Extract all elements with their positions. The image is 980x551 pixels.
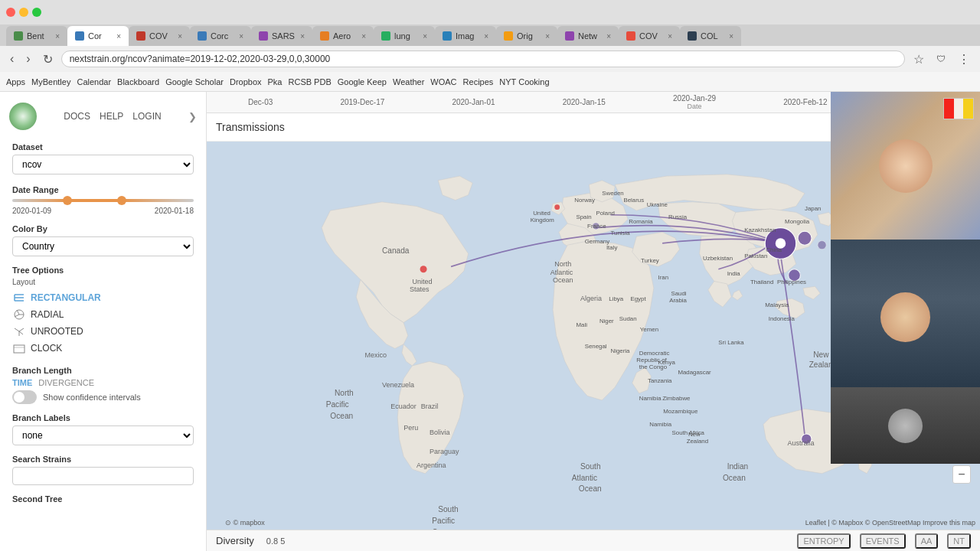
svg-text:Philippines: Philippines: [777, 279, 806, 285]
tab-close-bentley[interactable]: ×: [55, 32, 60, 41]
layout-unrooted[interactable]: UNROOTED: [12, 323, 194, 340]
bookmark-recipes[interactable]: Recipes: [463, 77, 494, 86]
tab-corc2[interactable]: Corc ×: [190, 26, 251, 46]
tab-netw[interactable]: Netw ×: [557, 26, 619, 46]
range-handle-start[interactable]: [63, 196, 72, 205]
diversity-metric-buttons: ENTROPY EVENTS AA NT: [797, 533, 971, 549]
tab-close-corc[interactable]: ×: [116, 32, 121, 41]
tab-close-aero[interactable]: ×: [361, 32, 366, 41]
confidence-toggle[interactable]: [12, 390, 37, 404]
svg-text:Mali: Mali: [576, 321, 587, 328]
tab-corc[interactable]: Cor ×: [67, 26, 129, 46]
dataset-select[interactable]: ncov: [12, 155, 194, 174]
tab-cov2[interactable]: COV ×: [619, 26, 680, 46]
bookmark-woac[interactable]: WOAC: [430, 77, 456, 86]
svg-text:South: South: [438, 505, 458, 514]
bookmark-rcsb[interactable]: RCSB PDB: [289, 77, 332, 86]
range-handle-end[interactable]: [117, 196, 126, 205]
address-bar[interactable]: nextstrain.org/ncov?animate=2019-12-02,2…: [61, 51, 905, 67]
nt-btn[interactable]: NT: [947, 533, 971, 549]
tab-bentley[interactable]: Bent ×: [6, 26, 67, 46]
tab-close-netw[interactable]: ×: [606, 32, 611, 41]
bookmark-weather[interactable]: Weather: [393, 77, 424, 86]
login-link[interactable]: LOGIN: [132, 111, 161, 122]
svg-text:Namibia: Namibia: [649, 421, 672, 428]
diversity-value: 0.8 5: [266, 536, 285, 546]
menu-button[interactable]: ⋮: [954, 51, 974, 68]
help-link[interactable]: HELP: [100, 111, 123, 122]
tab-col[interactable]: COL ×: [680, 26, 741, 46]
tab-cov1[interactable]: COV ×: [129, 26, 190, 46]
layout-clock[interactable]: CLOCK: [12, 340, 194, 357]
tab-close-orig[interactable]: ×: [545, 32, 550, 41]
bookmark-google-keep[interactable]: Google Keep: [338, 77, 387, 86]
tab-orig[interactable]: Orig ×: [496, 26, 557, 46]
fullscreen-button[interactable]: [32, 8, 41, 17]
tab-close-sars[interactable]: ×: [300, 32, 305, 41]
timeline-date-0: Dec-03: [248, 98, 273, 106]
sidebar-header: DOCS HELP LOGIN ❯: [0, 99, 206, 136]
date-range-slider[interactable]: [12, 199, 194, 202]
sidebar-collapse-button[interactable]: ❯: [188, 111, 197, 122]
browser-chrome: Bent × Cor × COV × Corc × SARS × Aero ×: [0, 0, 980, 92]
bookmark-calendar[interactable]: Calendar: [77, 77, 111, 86]
bookmark-pka[interactable]: Pka: [268, 77, 283, 86]
bookmark-mybentley[interactable]: MyBentley: [31, 77, 70, 86]
tree-options-label: Tree Options: [12, 266, 194, 275]
minimize-button[interactable]: [19, 8, 28, 17]
svg-text:Arabia: Arabia: [669, 297, 687, 304]
aa-btn[interactable]: AA: [915, 533, 939, 549]
search-strains-input[interactable]: [12, 467, 194, 485]
map-attribution: Leaflet | © Mapbox © OpenStreetMap Impro…: [805, 519, 975, 527]
svg-text:Peru: Peru: [403, 424, 418, 432]
tab-close-lung[interactable]: ×: [423, 32, 427, 41]
timeline-date-2: 2020-Jan-01: [452, 98, 495, 106]
tab-close-cov1[interactable]: ×: [178, 32, 182, 41]
tab-close-corc2[interactable]: ×: [239, 32, 243, 41]
tab-close-col[interactable]: ×: [729, 32, 733, 41]
uk-node: [554, 204, 560, 210]
svg-text:Paraguay: Paraguay: [430, 448, 459, 455]
layout-rectangular[interactable]: RECTANGULAR: [12, 289, 194, 306]
extensions-button[interactable]: 🛡: [933, 52, 949, 66]
svg-text:Senegal: Senegal: [585, 343, 607, 350]
close-button[interactable]: [6, 8, 15, 17]
back-button[interactable]: ‹: [6, 51, 18, 67]
bookmark-nyt[interactable]: NYT Cooking: [499, 77, 549, 86]
svg-text:Atlantic: Atlantic: [572, 474, 597, 482]
forward-button[interactable]: ›: [22, 51, 34, 67]
tab-imag[interactable]: Imag ×: [435, 26, 496, 46]
bookmark-apps[interactable]: Apps: [6, 77, 25, 86]
events-btn[interactable]: EVENTS: [860, 533, 906, 549]
united-states-label: United: [412, 278, 432, 285]
svg-text:Atlantic: Atlantic: [550, 269, 573, 276]
bookmark-blackboard[interactable]: Blackboard: [117, 77, 159, 86]
branch-labels-select[interactable]: none: [12, 425, 194, 445]
bookmark-button[interactable]: ☆: [910, 51, 928, 68]
zoom-out-button[interactable]: −: [952, 465, 971, 484]
svg-text:Kenya: Kenya: [658, 359, 676, 366]
timeline-date-5: 2020-Feb-12: [783, 98, 827, 106]
refresh-button[interactable]: ↻: [39, 51, 57, 68]
branch-divergence-btn[interactable]: DIVERGENCE: [38, 378, 94, 387]
tab-lung[interactable]: lung ×: [374, 26, 435, 46]
tab-close-cov2[interactable]: ×: [668, 32, 672, 41]
bookmark-dropbox[interactable]: Dropbox: [230, 77, 262, 86]
color-by-select[interactable]: Country: [12, 236, 194, 256]
svg-text:Democratic: Democratic: [639, 350, 670, 357]
branch-time-btn[interactable]: TIME: [12, 378, 32, 387]
tab-sars[interactable]: SARS ×: [251, 26, 312, 46]
bookmark-google-scholar[interactable]: Google Scholar: [165, 77, 224, 86]
confidence-toggle-row: Show confidence intervals: [12, 390, 194, 404]
layout-radial[interactable]: RADIAL: [12, 306, 194, 323]
tab-close-imag[interactable]: ×: [484, 32, 488, 41]
color-by-section: Color By Country: [0, 220, 206, 261]
svg-text:Mongolia: Mongolia: [785, 218, 810, 225]
docs-link[interactable]: DOCS: [64, 111, 90, 122]
svg-text:Germany: Germany: [585, 238, 609, 245]
entropy-btn[interactable]: ENTROPY: [797, 533, 850, 549]
video-panels: [831, 92, 980, 464]
svg-text:Algeria: Algeria: [580, 295, 602, 302]
tab-aero[interactable]: Aero ×: [312, 26, 374, 46]
search-strains-label: Search Strains: [12, 455, 194, 464]
